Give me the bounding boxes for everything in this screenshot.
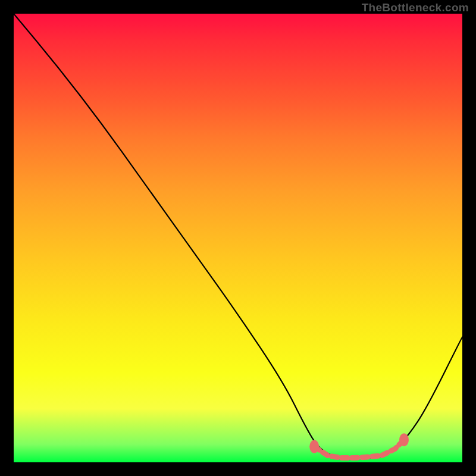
gradient-plot-area <box>14 14 462 462</box>
watermark-text: TheBottleneck.com <box>362 1 469 14</box>
